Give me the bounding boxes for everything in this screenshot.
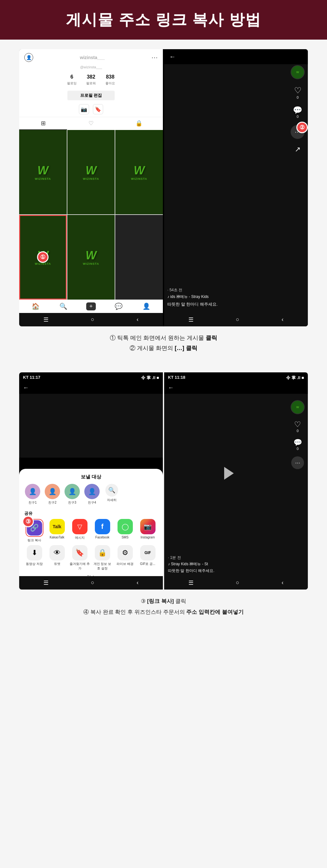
creator-avatar: W bbox=[291, 65, 305, 79]
gif-icon: GIF bbox=[140, 545, 156, 560]
carrier-time-right: KT 11:18 bbox=[168, 375, 185, 381]
caption-2-bold2: 주소 입력칸에 붙여넣기 bbox=[186, 609, 243, 615]
share-sheet: 보낼 대상 👤 친구1 👤 친구2 👤 친구3 bbox=[19, 469, 163, 590]
instagram-icon: 📷 bbox=[140, 519, 156, 534]
profile-edit-button[interactable]: 프로필 편집 bbox=[67, 91, 115, 100]
live-bg-btn[interactable]: ⚙ 라이브 배경 bbox=[115, 545, 135, 571]
share-button[interactable]: ↗ bbox=[295, 145, 300, 154]
kakao-icon: Talk bbox=[50, 519, 65, 534]
back-arrow-right-2[interactable]: ← bbox=[164, 382, 308, 394]
contact-name-4: 친구4 bbox=[88, 500, 96, 505]
contact-avatar-3[interactable]: 👤 bbox=[65, 484, 80, 499]
nav-inbox[interactable]: 💬 bbox=[105, 303, 133, 310]
dots-btn-2[interactable]: ⋯ bbox=[291, 456, 304, 469]
android-nav-right-2: ☰ ○ ‹ bbox=[164, 576, 308, 590]
circle-2-badge: ② bbox=[296, 122, 308, 133]
message-icon: ▽ bbox=[72, 519, 88, 534]
like-button[interactable]: ♡ 0 bbox=[294, 86, 301, 99]
share-app-link-copy[interactable]: ③ 🔗 링크 복사 bbox=[24, 519, 44, 542]
save-video-btn[interactable]: ⬇ 동영상 저장 bbox=[24, 545, 44, 571]
nav-add[interactable]: + bbox=[77, 303, 105, 310]
nav-home[interactable]: 🏠 bbox=[22, 303, 50, 310]
sms-label: SMS bbox=[122, 535, 129, 539]
nav-search[interactable]: 🔍 bbox=[50, 303, 77, 310]
tab-lock[interactable]: 🔒 bbox=[115, 117, 163, 130]
bookmark-icon[interactable]: 🔖 bbox=[93, 104, 103, 114]
video-info-bottom: · 54초 전 ♪ ids 神메뉴 - Stray Kids 따뜻한 말 한마디… bbox=[167, 287, 218, 307]
privacy-btn[interactable]: 🔒 게인 정보 보호 설정 bbox=[92, 545, 112, 571]
stat-following: 6 팔로잉 bbox=[67, 74, 77, 86]
android-menu-icon: ☰ bbox=[43, 316, 48, 323]
gif-btn[interactable]: GIF GIF로 공... bbox=[138, 545, 158, 571]
wiz-text-1: WIZINSTA bbox=[35, 177, 51, 180]
profile-handle: @wizinsta___ bbox=[19, 64, 163, 71]
privacy-label: 게인 정보 보호 설정 bbox=[92, 562, 112, 571]
live-bg-icon: ⚙ bbox=[118, 545, 133, 560]
video-thumb-5[interactable]: W WIZINSTA bbox=[67, 215, 115, 299]
music-icon-row: ♪ ids 神메뉴 - Stray Kids bbox=[167, 294, 218, 300]
video-thumb-3[interactable]: W WIZINSTA bbox=[115, 130, 163, 214]
nav-profile[interactable]: 👤 bbox=[133, 303, 160, 310]
caption-1-bold2: […] 클릭 bbox=[175, 345, 197, 351]
share-sheet-title: 보낼 대상 bbox=[24, 474, 158, 480]
duet-btn[interactable]: 👁 듀엣 bbox=[47, 545, 67, 571]
contact-avatar-2[interactable]: 👤 bbox=[45, 484, 60, 499]
like-btn-2[interactable]: ♡ 0 bbox=[294, 420, 301, 433]
video-thumb-2[interactable]: W WIZINSTA bbox=[67, 130, 115, 214]
android-home-icon-r2: ○ bbox=[236, 579, 239, 586]
share-app-sms[interactable]: ◯ SMS bbox=[115, 519, 135, 542]
contact-avatar-4[interactable]: 👤 bbox=[84, 484, 100, 499]
creator-avatar-btn[interactable]: W bbox=[291, 65, 305, 79]
contact-name-1: 친구1 bbox=[28, 500, 37, 505]
video-thumb-1[interactable]: W WIZINSTA bbox=[19, 130, 67, 214]
share-app-kakao[interactable]: Talk KakaoTalk bbox=[47, 519, 67, 542]
video-caption-2: 따뜻한 말 한마디 해주세요. bbox=[168, 568, 304, 574]
music-label: ids 神메뉴 - Stray Kids bbox=[170, 294, 208, 299]
profile-person-icon[interactable]: 👤 bbox=[24, 53, 33, 62]
comment-button[interactable]: 💬 0 bbox=[293, 106, 302, 119]
video-thumb-6[interactable] bbox=[115, 215, 163, 299]
share-app-facebook[interactable]: f Facebook bbox=[92, 519, 112, 542]
video-thumb-4-selected[interactable]: W WIZINSTA ① bbox=[19, 215, 67, 299]
android-menu-icon-r2: ☰ bbox=[188, 579, 194, 586]
home-icon: 🏠 bbox=[22, 303, 50, 310]
back-arrow-icon[interactable]: ← bbox=[169, 53, 176, 60]
tab-grid[interactable]: ⊞ bbox=[19, 117, 67, 130]
bookmark-add-btn[interactable]: 🔖 즐겨찾기에 추가 bbox=[70, 545, 90, 571]
facebook-label: Facebook bbox=[96, 535, 109, 539]
video-music-2: ♪ Stray Kids 神메뉴 - St bbox=[168, 561, 304, 567]
video-area bbox=[164, 64, 308, 313]
contact-search-icon: 🔍 bbox=[105, 484, 118, 497]
stat-followers: 382 팔로워 bbox=[86, 74, 96, 86]
status-bar-right-2: KT 11:18 令 掌 .ll ■ bbox=[164, 372, 308, 382]
dots-icon-2: ⋯ bbox=[291, 456, 304, 469]
android-menu-icon-l2: ☰ bbox=[43, 579, 48, 586]
profile-username: wizinsta___ bbox=[33, 55, 151, 60]
signal-left: 令 掌 .ll ■ bbox=[141, 375, 159, 381]
stat-likes: 838 좋아요 bbox=[105, 74, 115, 86]
video-side-actions: W ♡ 0 💬 0 ⋯ ② ↗ bbox=[291, 65, 305, 154]
share-apps-row: ③ 🔗 링크 복사 Talk KakaoTalk bbox=[24, 519, 158, 542]
android-nav-left-2: ☰ ○ ‹ bbox=[19, 576, 163, 590]
instagram-icon[interactable]: 📷 bbox=[79, 104, 89, 114]
contact-more-btn[interactable]: 🔍 자세히 bbox=[103, 484, 120, 505]
screenshots-row-1: 👤 wizinsta___ ⋯ @wizinsta___ 6 팔로잉 382 팔… bbox=[19, 49, 308, 327]
share-app-message[interactable]: ▽ 메시지 bbox=[70, 519, 90, 542]
phone-left-2-panel: KT 11:17 令 掌 .ll ■ ← 보낼 대상 👤 친구1 👤 bbox=[19, 372, 163, 590]
back-arrow-left-2[interactable]: ← bbox=[19, 382, 163, 394]
caption-2-bold1: [링크 복사] bbox=[147, 598, 174, 604]
video-time-2: · 1분 전 bbox=[168, 555, 304, 560]
share-app-instagram[interactable]: 📷 Instagram bbox=[138, 519, 158, 542]
phone-right-2-panel: KT 11:18 令 掌 .ll ■ ← 링크 복사함 ④ bbox=[164, 372, 308, 590]
tab-repost[interactable]: ♡ bbox=[67, 117, 115, 130]
creator-avatar-right-2[interactable]: W bbox=[291, 400, 305, 414]
android-menu-icon-r: ☰ bbox=[188, 316, 194, 323]
profile-more-icon[interactable]: ⋯ bbox=[151, 54, 158, 61]
wiz-w-right: W bbox=[296, 70, 299, 74]
music-note-icon: ♪ bbox=[167, 294, 169, 299]
play-button[interactable] bbox=[224, 467, 234, 480]
duet-label: 듀엣 bbox=[54, 562, 60, 566]
facebook-icon: f bbox=[95, 519, 110, 534]
contact-avatar-1[interactable]: 👤 bbox=[25, 484, 40, 499]
comment-btn-2[interactable]: 💬 0 bbox=[293, 438, 302, 451]
